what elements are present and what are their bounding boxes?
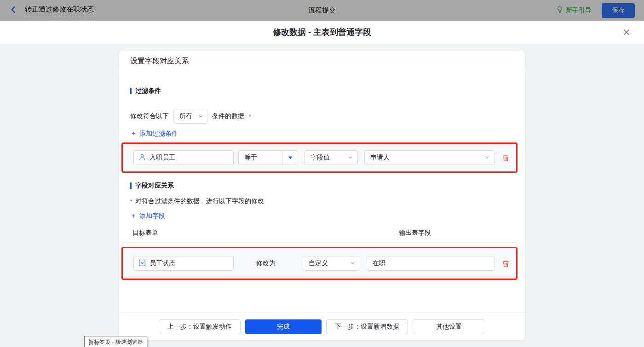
- lightbulb-icon: [556, 6, 564, 15]
- required-asterisk: *: [249, 113, 251, 120]
- chevron-down-icon: [484, 154, 489, 161]
- value-type-value: 字段值: [310, 154, 330, 162]
- mapping-section-label: 字段对应关系: [135, 182, 174, 190]
- mapping-card: 设置字段对应关系 过滤条件 修改符合以下 所有: [119, 51, 525, 340]
- select-field-icon: [138, 259, 146, 268]
- custom-value-input[interactable]: 在职: [367, 256, 494, 271]
- operator-value: 等于: [239, 154, 282, 162]
- target-field-value: 员工状态: [150, 259, 175, 267]
- filter-section-title: 过滤条件: [130, 87, 514, 95]
- value-mode-select[interactable]: 自定义: [303, 256, 360, 271]
- plus-icon: ＋: [130, 130, 137, 138]
- match-mode-value: 所有: [179, 112, 192, 120]
- modify-to-label: 修改为: [238, 259, 293, 267]
- done-button[interactable]: 完成: [245, 319, 322, 334]
- filter-match-line: 修改符合以下 所有 条件的数据 *: [130, 109, 514, 124]
- beginner-guide-link[interactable]: 新手引导: [556, 6, 592, 15]
- filter-suffix-label: 条件的数据: [212, 112, 244, 120]
- chevron-down-icon: [350, 260, 355, 267]
- mapping-row-highlight: 员工状态 修改为 自定义 在职: [121, 247, 518, 280]
- section-accent-bar: [130, 88, 132, 94]
- condition-field-value: 入职员工: [150, 154, 175, 162]
- value-mode-value: 自定义: [309, 259, 328, 267]
- chevron-down-icon: [348, 154, 353, 161]
- column-header-target-form: 目标表单: [132, 229, 158, 237]
- condition-row-highlight: 入职员工 等于 字段值: [121, 142, 518, 173]
- modal-title-bar: 修改数据 - 主表到普通字段: [0, 21, 644, 44]
- back-chevron-icon: [9, 6, 17, 16]
- condition-value: 申请人: [370, 154, 390, 162]
- add-field-label: 添加字段: [139, 212, 165, 220]
- mapping-section-title: 字段对应关系: [130, 182, 514, 190]
- condition-value-select[interactable]: 申请人: [364, 150, 494, 165]
- screen: 流程提交 转正通过修改在职状态 新手引导 保存 修改数据 - 主表到普通字段: [0, 0, 644, 347]
- save-button[interactable]: 保存: [602, 3, 635, 18]
- match-mode-select[interactable]: 所有: [173, 109, 207, 124]
- card-footer: 上一步：设置触发动作 完成 下一步：设置新增数据 其他设置: [119, 313, 525, 340]
- add-field-link[interactable]: ＋ 添加字段: [130, 212, 165, 220]
- column-header-output-field: 输出表字段: [399, 229, 431, 237]
- delete-mapping-trash-icon[interactable]: [502, 260, 510, 267]
- filter-prefix-label: 修改符合以下: [130, 112, 169, 120]
- section-accent-bar: [130, 182, 132, 189]
- condition-field-input[interactable]: 入职员工: [133, 150, 234, 165]
- column-divider: [121, 242, 518, 243]
- top-bar: 流程提交 转正通过修改在职状态 新手引导 保存: [0, 0, 644, 21]
- operator-select[interactable]: 等于: [238, 150, 298, 165]
- mapping-description-line: * 对符合过滤条件的数据，进行以下字段的修改: [130, 197, 514, 205]
- triangle-down-icon: [282, 151, 298, 165]
- flow-name[interactable]: 转正通过修改在职状态: [25, 5, 94, 16]
- back-button[interactable]: [9, 6, 17, 16]
- card-header-title: 设置字段对应关系: [119, 51, 525, 72]
- mapping-description: 对符合过滤条件的数据，进行以下字段的修改: [135, 197, 264, 205]
- delete-condition-trash-icon[interactable]: [502, 154, 510, 162]
- next-step-button[interactable]: 下一步：设置新增数据: [326, 319, 408, 334]
- edit-data-modal: 修改数据 - 主表到普通字段 设置字段对应关系 过滤条件 修改符合以下: [0, 21, 644, 347]
- close-icon[interactable]: [621, 27, 632, 38]
- modal-body: 设置字段对应关系 过滤条件 修改符合以下 所有: [0, 44, 644, 347]
- target-field-input[interactable]: 员工状态: [133, 256, 234, 271]
- add-filter-condition-label: 添加过滤条件: [139, 130, 178, 138]
- mapping-column-headers: 目标表单 输出表字段: [130, 229, 514, 237]
- add-filter-condition-link[interactable]: ＋ 添加过滤条件: [130, 130, 178, 138]
- chevron-down-icon: [198, 113, 203, 120]
- prev-step-button[interactable]: 上一步：设置触发动作: [159, 319, 241, 334]
- required-asterisk: *: [130, 198, 132, 205]
- beginner-guide-label: 新手引导: [566, 6, 592, 15]
- value-type-select[interactable]: 字段值: [305, 150, 358, 165]
- other-settings-button[interactable]: 其他设置: [413, 319, 485, 334]
- plus-icon: ＋: [130, 212, 137, 220]
- card-content: 过滤条件 修改符合以下 所有 条件的数据 *: [119, 72, 525, 313]
- filter-section-label: 过滤条件: [135, 87, 161, 95]
- browser-status-tooltip: 新标签页 - 极速浏览器: [84, 336, 147, 347]
- page-title: 流程提交: [0, 6, 644, 15]
- modal-title: 修改数据 - 主表到普通字段: [273, 27, 371, 38]
- person-icon: [138, 154, 146, 162]
